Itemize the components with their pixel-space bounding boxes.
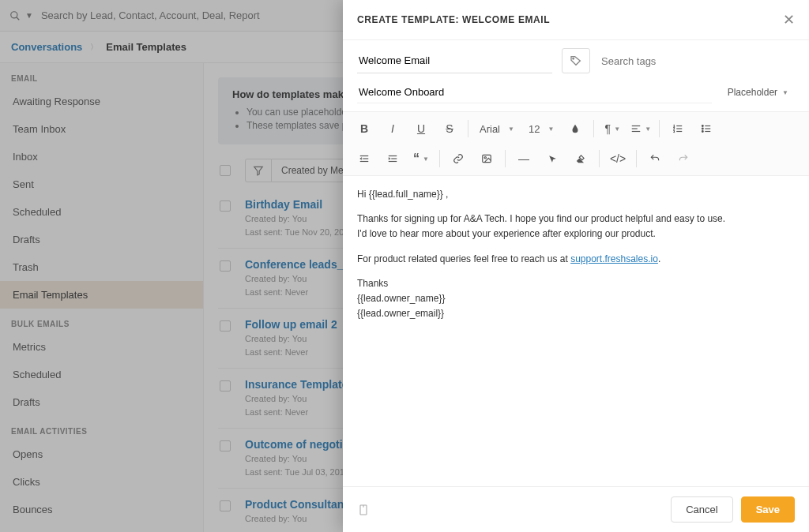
text-color-button[interactable] [562,117,589,140]
svg-point-3 [573,58,574,60]
undo-button[interactable] [642,147,668,170]
code-view-button[interactable]: </> [604,147,631,170]
tags-search-input[interactable] [600,48,795,73]
image-button[interactable] [473,147,500,170]
horizontal-rule-button[interactable]: — [510,147,537,170]
svg-text:3: 3 [673,130,675,133]
toolbar-divider [659,120,660,137]
italic-button[interactable]: I [379,117,406,140]
svg-point-14 [702,128,704,129]
toolbar-divider [439,150,440,167]
indent-button[interactable] [379,147,406,170]
body-paragraph: For product related queries feel free to… [357,252,795,267]
template-name-input[interactable] [357,48,552,73]
body-signature: Thanks {{lead.owner_name}} {{lead.owner_… [357,276,795,322]
redo-button[interactable] [670,147,697,170]
align-button[interactable]: ▼ [627,117,654,140]
placeholder-dropdown[interactable]: Placeholder▼ [721,84,795,101]
body-greeting: Hi {{lead.full_name}} , [357,187,795,202]
font-size-dropdown[interactable]: 12▼ [522,117,560,140]
svg-point-13 [702,126,704,127]
paragraph-format-button[interactable]: ¶▼ [599,117,626,140]
bold-button[interactable]: B [351,117,378,140]
toolbar-divider [636,150,637,167]
toolbar-divider [468,120,468,137]
select-button[interactable] [539,147,566,170]
link-button[interactable] [445,147,472,170]
create-template-panel: CREATE TEMPLATE: WELCOME EMAIL ✕ Placeho… [343,0,809,532]
quote-button[interactable]: “▼ [408,147,435,170]
caret-down-icon: ▼ [782,89,788,96]
outdent-button[interactable] [351,147,378,170]
support-link[interactable]: support.freshsales.io [570,253,658,264]
panel-title: CREATE TEMPLATE: WELCOME EMAIL [357,14,550,25]
strikethrough-button[interactable]: S [436,117,463,140]
toolbar-divider [593,120,594,137]
ordered-list-button[interactable]: 123 [664,117,691,140]
underline-button[interactable]: U [408,117,435,140]
clear-format-button[interactable] [567,147,594,170]
editor-body[interactable]: Hi {{lead.full_name}} , Thanks for signi… [343,176,809,486]
toolbar-divider [599,150,600,167]
subject-input[interactable] [357,81,712,103]
svg-point-26 [484,157,486,159]
cancel-button[interactable]: Cancel [671,496,732,523]
font-family-dropdown[interactable]: Arial▼ [473,117,521,140]
close-icon[interactable]: ✕ [783,11,795,28]
unordered-list-button[interactable] [693,117,720,140]
svg-point-15 [702,131,704,133]
tag-icon[interactable] [562,48,590,73]
body-paragraph: Thanks for signing up for A&A Tech. I ho… [357,212,795,242]
toolbar-divider [505,150,506,167]
save-button[interactable]: Save [741,496,795,523]
attachment-icon[interactable] [357,504,370,516]
editor-toolbar: B I U S Arial▼ 12▼ ¶▼ ▼ 123 “▼ [343,111,809,176]
